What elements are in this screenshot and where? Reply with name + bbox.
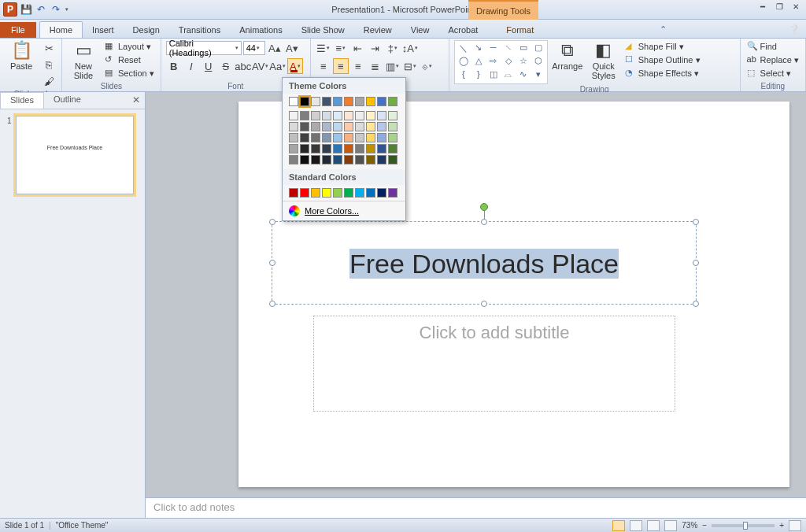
slide-canvas[interactable]: Free Downloads Place Click to add subtit… bbox=[146, 92, 806, 497]
shade-color-swatch[interactable] bbox=[388, 122, 397, 131]
restore-icon[interactable]: ❐ bbox=[772, 2, 786, 13]
undo-icon[interactable]: ↶ bbox=[35, 3, 47, 16]
theme-color-swatch[interactable] bbox=[344, 97, 353, 106]
handle-tl[interactable] bbox=[269, 219, 275, 225]
tab-animations[interactable]: Animations bbox=[230, 22, 291, 38]
align-right-icon[interactable]: ≡ bbox=[350, 58, 366, 74]
columns-button[interactable]: ▥▾ bbox=[385, 58, 401, 74]
zoom-in-icon[interactable]: + bbox=[779, 521, 784, 530]
shape-hex-icon[interactable]: ⬡ bbox=[531, 56, 545, 68]
increase-indent-icon[interactable]: ⇥ bbox=[368, 40, 383, 56]
tab-acrobat[interactable]: Acrobat bbox=[438, 22, 487, 38]
tab-transitions[interactable]: Transitions bbox=[169, 22, 230, 38]
shade-color-swatch[interactable] bbox=[366, 133, 375, 142]
find-button[interactable]: 🔍Find bbox=[745, 40, 800, 53]
shade-color-swatch[interactable] bbox=[322, 144, 331, 153]
standard-color-swatch[interactable] bbox=[388, 188, 397, 198]
italic-button[interactable]: I bbox=[183, 58, 199, 74]
shade-color-swatch[interactable] bbox=[300, 133, 309, 142]
shape-outline-button[interactable]: ☐Shape Outline ▾ bbox=[623, 54, 702, 66]
shade-color-swatch[interactable] bbox=[322, 122, 331, 131]
shade-color-swatch[interactable] bbox=[366, 144, 375, 153]
subtitle-placeholder[interactable]: Click to add subtitle bbox=[313, 316, 675, 412]
smartart-button[interactable]: ⟐▾ bbox=[420, 58, 435, 74]
shade-color-swatch[interactable] bbox=[366, 111, 375, 120]
shade-color-swatch[interactable] bbox=[355, 155, 364, 164]
text-direction-button[interactable]: ↕A▾ bbox=[402, 40, 418, 56]
shape-arrow-icon[interactable]: ↘ bbox=[471, 42, 486, 55]
bullets-button[interactable]: ☰▾ bbox=[316, 40, 331, 56]
handle-br[interactable] bbox=[693, 301, 699, 307]
theme-color-swatch[interactable] bbox=[366, 97, 375, 106]
shape-rect2-icon[interactable]: ▢ bbox=[531, 42, 545, 55]
tab-review[interactable]: Review bbox=[354, 22, 401, 38]
shape-line3-icon[interactable]: ⟍ bbox=[501, 42, 516, 55]
decrease-indent-icon[interactable]: ⇤ bbox=[350, 40, 366, 56]
handle-bm[interactable] bbox=[481, 301, 487, 307]
shade-color-swatch[interactable] bbox=[344, 144, 353, 153]
line-spacing-button[interactable]: ‡▾ bbox=[385, 40, 401, 56]
font-size-combo[interactable]: 44▾ bbox=[243, 41, 265, 55]
tab-slideshow[interactable]: Slide Show bbox=[292, 22, 354, 38]
select-button[interactable]: ⬚Select ▾ bbox=[745, 67, 800, 79]
shape-fill-button[interactable]: ◢Shape Fill ▾ bbox=[623, 40, 702, 53]
spacing-button[interactable]: AV▾ bbox=[253, 58, 268, 74]
numbering-button[interactable]: ≡▾ bbox=[333, 40, 349, 56]
shade-color-swatch[interactable] bbox=[388, 144, 397, 153]
rotate-handle-icon[interactable] bbox=[480, 203, 488, 211]
tab-design[interactable]: Design bbox=[124, 22, 169, 38]
slide-thumbnail[interactable]: 1 Free Downloads Place bbox=[16, 116, 134, 194]
zoom-out-icon[interactable]: − bbox=[702, 521, 707, 530]
shape-gallery[interactable]: ＼↘─⟍▭▢ ◯△⇨◇☆⬡ {}◫⌓∿▾ bbox=[454, 40, 548, 84]
tab-home[interactable]: Home bbox=[39, 21, 83, 38]
shade-color-swatch[interactable] bbox=[311, 144, 320, 153]
shade-color-swatch[interactable] bbox=[388, 111, 397, 120]
shade-color-swatch[interactable] bbox=[322, 133, 331, 142]
shrink-font-icon[interactable]: A▾ bbox=[284, 40, 300, 56]
shape-effects-button[interactable]: ◔Shape Effects ▾ bbox=[623, 67, 702, 79]
strike-button[interactable]: S bbox=[218, 58, 234, 74]
shade-color-swatch[interactable] bbox=[289, 122, 298, 131]
help-icon[interactable]: ❔ bbox=[782, 21, 806, 38]
shade-color-swatch[interactable] bbox=[300, 111, 309, 120]
copy-icon[interactable]: ⎘ bbox=[41, 57, 57, 72]
shape-tri-icon[interactable]: △ bbox=[471, 56, 486, 68]
section-button[interactable]: ▤Section ▾ bbox=[103, 67, 156, 79]
shade-color-swatch[interactable] bbox=[289, 133, 298, 142]
standard-color-swatch[interactable] bbox=[366, 188, 375, 198]
redo-icon[interactable]: ↷ bbox=[50, 3, 62, 16]
panel-close-icon[interactable]: ✕ bbox=[128, 92, 145, 109]
shade-color-swatch[interactable] bbox=[377, 155, 386, 164]
shade-color-swatch[interactable] bbox=[311, 111, 320, 120]
shade-color-swatch[interactable] bbox=[344, 133, 353, 142]
align-left-icon[interactable]: ≡ bbox=[316, 58, 331, 74]
shade-color-swatch[interactable] bbox=[344, 155, 353, 164]
bold-button[interactable]: B bbox=[166, 58, 182, 74]
shade-color-swatch[interactable] bbox=[300, 155, 309, 164]
standard-color-swatch[interactable] bbox=[311, 188, 320, 198]
shade-color-swatch[interactable] bbox=[355, 133, 364, 142]
font-name-combo[interactable]: Calibri (Headings)▾ bbox=[166, 41, 242, 55]
theme-color-swatch[interactable] bbox=[377, 97, 386, 106]
title-text[interactable]: Free Downloads Place bbox=[272, 249, 696, 279]
theme-color-swatch[interactable] bbox=[355, 97, 364, 106]
shade-color-swatch[interactable] bbox=[322, 155, 331, 164]
title-placeholder[interactable]: Free Downloads Place bbox=[272, 221, 697, 305]
panel-tab-outline[interactable]: Outline bbox=[44, 92, 91, 109]
panel-tab-slides[interactable]: Slides bbox=[0, 92, 44, 109]
shape-oval-icon[interactable]: ◯ bbox=[457, 56, 471, 68]
sorter-view-icon[interactable] bbox=[630, 520, 642, 531]
shade-color-swatch[interactable] bbox=[322, 111, 331, 120]
grow-font-icon[interactable]: A▴ bbox=[267, 40, 283, 56]
standard-color-swatch[interactable] bbox=[300, 188, 309, 198]
fit-to-window-icon[interactable] bbox=[789, 520, 801, 531]
quick-styles-button[interactable]: ◧Quick Styles bbox=[587, 40, 620, 80]
tab-file[interactable]: File bbox=[0, 22, 36, 38]
shade-color-swatch[interactable] bbox=[289, 144, 298, 153]
tab-view[interactable]: View bbox=[401, 22, 439, 38]
shade-color-swatch[interactable] bbox=[289, 111, 298, 120]
shade-color-swatch[interactable] bbox=[377, 133, 386, 142]
shape-star-icon[interactable]: ☆ bbox=[516, 56, 531, 68]
standard-color-swatch[interactable] bbox=[377, 188, 386, 198]
zoom-slider[interactable] bbox=[712, 524, 775, 527]
